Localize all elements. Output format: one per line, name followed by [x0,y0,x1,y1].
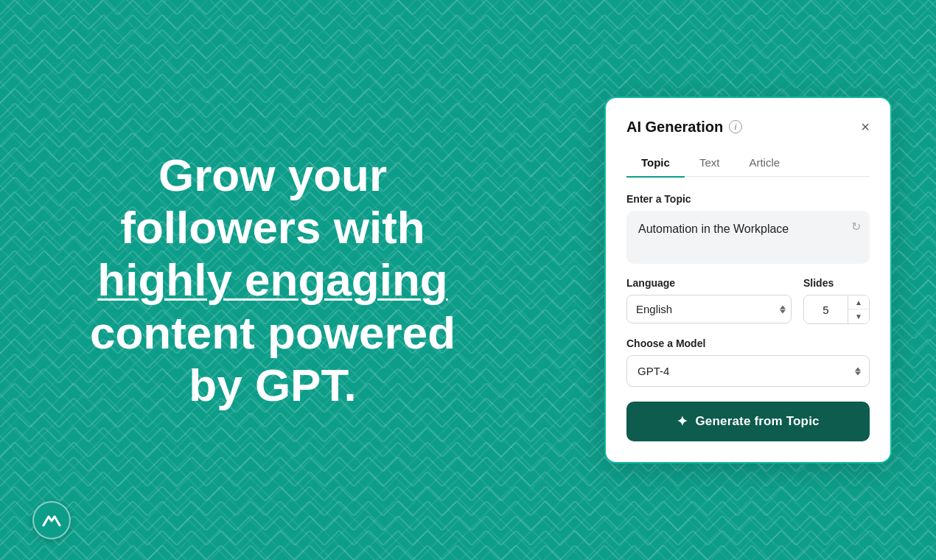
language-select-wrapper: English Spanish French German [626,295,792,323]
language-select[interactable]: English Spanish French German [626,295,792,323]
ai-generation-modal: AI Generation i × Topic Text Article Ent… [604,97,892,464]
hero-section: Grow your followers with highly engaging… [44,149,501,411]
topic-input-area[interactable]: Automation in the Workplace ↻ [626,211,870,264]
hero-line3-underline: highly engaging [97,254,447,305]
tabs-row: Topic Text Article [626,150,870,178]
hero-line4: content powered [90,307,455,358]
language-column: Language English Spanish French German [626,277,792,323]
model-select[interactable]: GPT-4 GPT-3.5 GPT-4 Turbo [626,355,870,387]
language-label: Language [626,277,792,289]
model-label: Choose a Model [626,337,870,349]
tab-text[interactable]: Text [685,150,735,178]
hero-line5: by GPT. [189,360,356,410]
refresh-icon[interactable]: ↻ [851,220,861,234]
language-slides-row: Language English Spanish French German S… [626,277,870,324]
model-select-wrapper: GPT-4 GPT-3.5 GPT-4 Turbo [626,355,870,387]
slides-value: 5 [804,296,848,323]
model-section: Choose a Model GPT-4 GPT-3.5 GPT-4 Turbo [626,337,870,387]
slides-label: Slides [803,277,870,289]
generate-button-label: Generate from Topic [695,414,819,429]
modal-title: AI Generation [626,119,723,136]
slides-decrement-button[interactable]: ▼ [848,309,869,323]
close-icon[interactable]: × [861,119,870,134]
hero-line1: Grow your [158,150,387,200]
slides-stepper: 5 ▲ ▼ [803,295,870,324]
topic-label: Enter a Topic [626,193,870,205]
hero-text: Grow your followers with highly engaging… [44,149,501,411]
generate-button[interactable]: ✦ Generate from Topic [626,402,870,441]
slides-buttons: ▲ ▼ [848,295,869,323]
topic-input-text: Automation in the Workplace [638,221,840,237]
modal-header: AI Generation i × [626,119,870,136]
logo-icon [42,512,61,528]
slides-increment-button[interactable]: ▲ [848,295,869,309]
modal-title-row: AI Generation i [626,119,742,136]
info-icon[interactable]: i [729,120,742,133]
tab-topic[interactable]: Topic [626,150,685,178]
logo-circle[interactable] [32,501,71,539]
hero-line2: followers with [120,202,425,253]
sparkle-icon: ✦ [677,413,688,430]
main-layout: Grow your followers with highly engaging… [0,0,936,560]
slides-column: Slides 5 ▲ ▼ [803,277,870,324]
tab-article[interactable]: Article [734,150,794,178]
